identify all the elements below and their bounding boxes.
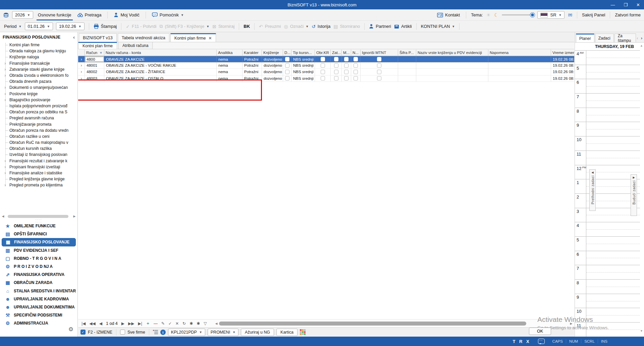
grid-scroll-right-icon[interactable]: ▶ <box>570 322 573 325</box>
column-header[interactable]: Šifra P... <box>398 50 416 56</box>
sidebar-section-stalna-sredstva-i-inventar[interactable]: ⌂STALNA SREDSTVA I INVENTAR <box>0 287 77 295</box>
row-expand-icon[interactable]: › <box>78 75 85 82</box>
layers-icon[interactable] <box>153 330 158 335</box>
doc-tab[interactable]: Kontni plan firme✕ <box>170 33 216 42</box>
cell-tip_kursa[interactable]: NBS srednji <box>291 56 315 62</box>
delete-record-button[interactable]: — <box>154 321 158 326</box>
period-dropdown[interactable]: Period▼ <box>4 24 22 29</box>
cell-napomena[interactable] <box>488 56 551 62</box>
cell-pdv[interactable] <box>416 69 488 75</box>
column-header[interactable]: Napomena <box>488 50 551 56</box>
planner-hour-slot[interactable]: 9 <box>575 122 640 136</box>
menu-pretraga[interactable]: Pretraga <box>76 9 103 20</box>
nav-prev-button[interactable]: ◀ <box>99 321 102 326</box>
cell-racun[interactable]: 48001 <box>85 62 104 69</box>
checkbox-cell[interactable] <box>315 56 331 62</box>
cell-karakter[interactable]: Potražni <box>243 62 262 69</box>
planner-scroll-up-icon[interactable]: ▲ <box>640 44 643 47</box>
menu-osnovne-funkcije[interactable]: Osnovne funkcije <box>37 9 73 20</box>
checkbox-cell[interactable] <box>315 75 331 82</box>
locate-button[interactable]: ✱ <box>197 321 200 326</box>
column-header[interactable]: Knjiženje <box>262 50 283 56</box>
sidebar-section-omiljene-funkcije[interactable]: ★OMILJENE FUNKCIJE <box>0 222 77 230</box>
promeni-select[interactable]: PROMENI▼ <box>208 329 238 336</box>
sidebar-section-finansijska-operativa[interactable]: ⇗FINANSIJSKA OPERATIVA <box>0 271 77 279</box>
f2-izmene-checkbox[interactable]: ✓ <box>80 330 86 335</box>
planner-hour-slot[interactable]: 10 <box>575 136 640 151</box>
minimize-button[interactable]: — <box>610 2 615 7</box>
tree-item[interactable]: ›Propisani finansijski izveštaji <box>0 164 77 170</box>
cell-tip_kursa[interactable]: NBS srednji <box>291 69 315 75</box>
planner-tab-right-icon[interactable]: › <box>641 36 642 41</box>
kontni-plan-dropdown[interactable]: KONTNI PLAN▼ <box>421 24 455 29</box>
restore-button[interactable]: ❒ <box>624 2 628 7</box>
table-row[interactable]: ›48003OBAVEZE ZA AKCIZE - OSTALOnemaPotr… <box>78 75 574 82</box>
tree-item[interactable]: Knjiženje naloga <box>0 54 77 60</box>
tree-item[interactable]: ›Blagajničko poslovanje <box>0 97 77 103</box>
cell-vreme[interactable]: 19.02.26 08:5 <box>551 69 574 75</box>
filter-button[interactable]: ▽ <box>204 321 207 326</box>
column-header[interactable] <box>78 50 85 56</box>
expand-icon[interactable]: › <box>3 85 7 90</box>
planner-hour-slot[interactable]: 11 <box>575 322 640 337</box>
cell-karakter[interactable]: Potražni <box>243 56 262 62</box>
expand-icon[interactable]: › <box>3 67 7 71</box>
expand-icon[interactable]: › <box>3 98 7 102</box>
planner-hour-slot[interactable]: 6 <box>575 251 640 265</box>
download-button[interactable]: ↶ Preuzmi <box>259 24 281 29</box>
row-checkbox[interactable] <box>285 70 289 74</box>
tree-item[interactable]: Obrada dnevnih pazara <box>0 78 77 84</box>
cell-knjizenje[interactable]: dozvoljeno <box>262 69 283 75</box>
row-checkbox[interactable] <box>354 70 358 74</box>
checkbox-cell[interactable] <box>315 69 331 75</box>
cell-napomena[interactable] <box>488 69 551 75</box>
tree-item[interactable]: Obračun razlike u ceni <box>0 133 77 139</box>
planner-tab-za-tampu[interactable]: Za štampu <box>614 34 636 42</box>
planner-tab-left-icon[interactable]: ‹ <box>637 36 638 41</box>
planner-hour-slot[interactable]: 8 <box>575 279 640 294</box>
tree-item[interactable]: Pregled avansnih računa <box>0 115 77 121</box>
planner-hour-slot[interactable]: 2 <box>575 193 640 208</box>
nav-first-button[interactable]: |◀ <box>82 321 86 326</box>
expand-icon[interactable]: › <box>3 92 7 96</box>
row-checkbox[interactable] <box>354 76 358 80</box>
row-checkbox[interactable] <box>377 57 381 61</box>
column-header[interactable]: Obr.KR <box>315 50 331 56</box>
reversed-button[interactable]: ▤ Stornirano <box>333 24 360 29</box>
light-theme-icon[interactable]: ☀ <box>486 12 491 18</box>
cell-vreme[interactable]: 19.02.26 08:5 <box>551 75 574 82</box>
bk-button[interactable]: BK <box>244 24 250 29</box>
sidebar-section-op-ti-ifarnici[interactable]: ▤OPŠTI ŠIFARNICI <box>0 230 77 238</box>
ok-button[interactable]: OK <box>529 328 551 335</box>
tree-item[interactable]: ›Poslovne knjige <box>0 91 77 97</box>
checkbox-cell[interactable] <box>361 75 398 82</box>
sidebar-section-robno-t-r-g-o-v-i-n-a[interactable]: ▢ROBNO - T R G O V I N A <box>0 254 77 263</box>
tree-item[interactable]: Obračun RuC na maloprodajnu v <box>0 139 77 146</box>
planner-hour-slot[interactable]: 4 <box>575 222 640 236</box>
scroll-right-icon[interactable]: ▶ <box>72 215 76 218</box>
checkbox-cell[interactable] <box>361 56 398 62</box>
cell-vreme[interactable]: 19.02.26 08:5 <box>551 56 574 62</box>
language-select[interactable]: SR▼ <box>537 11 565 19</box>
checkbox-cell[interactable] <box>283 62 291 69</box>
storno-button[interactable]: ⊠ Storniraj <box>212 24 234 29</box>
confirm-button[interactable]: ✓ F11 - Potvrdi <box>126 24 156 29</box>
articles-button[interactable]: Artikli <box>394 24 412 29</box>
year-select[interactable]: 2026▼ <box>12 11 33 19</box>
cell-sifra[interactable] <box>398 62 416 69</box>
planner-hour-slot[interactable]: 8 <box>575 108 640 122</box>
tree-item[interactable]: ›Pregled prometa po klijentima <box>0 182 77 188</box>
checkbox-cell[interactable] <box>361 62 398 69</box>
row-checkbox[interactable] <box>354 57 358 61</box>
checkbox-cell[interactable] <box>351 56 361 62</box>
grid-hscrollbar[interactable]: ◀ ▶ <box>215 321 573 326</box>
expand-icon[interactable]: › <box>3 171 7 175</box>
column-header[interactable]: Vreme izmen <box>551 50 574 56</box>
cell-tip_kursa[interactable]: NBS srednji <box>291 62 315 69</box>
row-checkbox[interactable] <box>354 63 358 68</box>
expand-icon[interactable]: › <box>3 183 7 187</box>
cell-analitika[interactable]: nema <box>217 75 243 82</box>
sub-tab[interactable]: Kontni plan firme <box>78 42 117 49</box>
cell-napomena[interactable] <box>488 75 551 82</box>
planner-hour-slot[interactable]: 10 <box>575 308 640 322</box>
